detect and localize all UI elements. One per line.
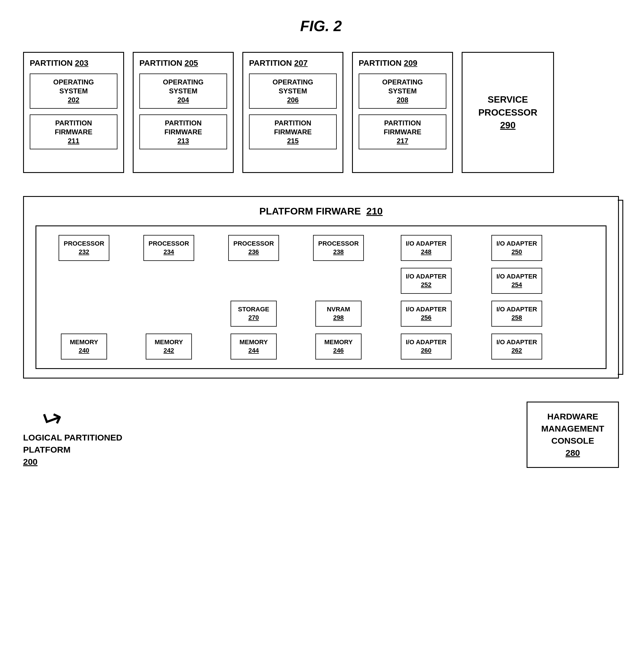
processor-238-cell: PROCESSOR238 <box>299 235 377 261</box>
partition-205-label: PARTITION 205 <box>139 58 227 68</box>
empty-r2c3 <box>215 268 293 294</box>
nvram-298-cell: NVRAM298 <box>299 301 377 327</box>
empty-r2c2 <box>130 268 208 294</box>
hw-row-4: MEMORY240 MEMORY242 MEMORY244 MEMORY246 … <box>45 333 597 359</box>
memory-240-box: MEMORY240 <box>61 333 107 359</box>
memory-244-box: MEMORY244 <box>231 333 277 359</box>
processor-234-cell: PROCESSOR234 <box>130 235 208 261</box>
partition-205-box: PARTITION 205 OPERATINGSYSTEM204 PARTITI… <box>133 52 234 173</box>
partition-203-label: PARTITION 203 <box>30 58 117 68</box>
io-adapter-252-box: I/O ADAPTER252 <box>401 268 452 294</box>
io-adapter-262-box: I/O ADAPTER262 <box>491 333 542 359</box>
partition-209-box: PARTITION 209 OPERATINGSYSTEM208 PARTITI… <box>352 52 453 173</box>
io-262-cell: I/O ADAPTER262 <box>475 333 558 359</box>
storage-270-cell: STORAGE270 <box>215 301 293 327</box>
fw-217-box: PARTITIONFIRMWARE217 <box>359 115 446 150</box>
io-260-cell: I/O ADAPTER260 <box>384 333 468 359</box>
processor-232-box: PROCESSOR232 <box>59 235 110 261</box>
memory-240-cell: MEMORY240 <box>45 333 123 359</box>
hmc-label: HARDWAREMANAGEMENTCONSOLE280 <box>537 410 609 459</box>
memory-246-box: MEMORY246 <box>316 333 361 359</box>
partition-207-box: PARTITION 207 OPERATINGSYSTEM206 PARTITI… <box>242 52 343 173</box>
empty-r3c2 <box>130 301 208 327</box>
hw-row-2: I/O ADAPTER252 I/O ADAPTER254 <box>45 268 597 294</box>
io-258-cell: I/O ADAPTER258 <box>475 301 558 327</box>
partition-209-label: PARTITION 209 <box>359 58 446 68</box>
storage-270-box: STORAGE270 <box>231 301 277 327</box>
service-processor-label: SERVICEPROCESSOR290 <box>478 93 537 132</box>
io-250-cell: I/O ADAPTER250 <box>475 235 558 261</box>
platform-inner: PROCESSOR232 PROCESSOR234 PROCESSOR236 P… <box>36 225 606 369</box>
empty-r2c4 <box>299 268 377 294</box>
io-adapter-250-box: I/O ADAPTER250 <box>491 235 542 261</box>
logical-platform-label: LOGICAL PARTITIONEDPLATFORM200 <box>23 432 122 468</box>
top-row: PARTITION 203 OPERATINGSYSTEM202 PARTITI… <box>23 52 619 173</box>
memory-246-cell: MEMORY246 <box>299 333 377 359</box>
os-206-box: OPERATINGSYSTEM206 <box>249 74 337 109</box>
io-248-cell: I/O ADAPTER248 <box>384 235 468 261</box>
io-254-cell: I/O ADAPTER254 <box>475 268 558 294</box>
bottom-row: ↵ LOGICAL PARTITIONEDPLATFORM200 HARDWAR… <box>23 401 619 468</box>
os-202-box: OPERATINGSYSTEM202 <box>30 74 117 109</box>
hw-row-1: PROCESSOR232 PROCESSOR234 PROCESSOR236 P… <box>45 235 597 261</box>
memory-244-cell: MEMORY244 <box>215 333 293 359</box>
io-adapter-258-box: I/O ADAPTER258 <box>491 301 542 327</box>
fw-211-box: PARTITIONFIRMWARE211 <box>30 115 117 150</box>
memory-242-box: MEMORY242 <box>146 333 192 359</box>
processor-236-cell: PROCESSOR236 <box>215 235 293 261</box>
processor-232-cell: PROCESSOR232 <box>45 235 123 261</box>
io-adapter-248-box: I/O ADAPTER248 <box>401 235 452 261</box>
platform-section: PLATFORM FIRWARE 210 PROCESSOR232 PROCES… <box>23 196 619 379</box>
partition-203-box: PARTITION 203 OPERATINGSYSTEM202 PARTITI… <box>23 52 124 173</box>
processor-236-box: PROCESSOR236 <box>228 235 279 261</box>
nvram-298-box: NVRAM298 <box>316 301 361 327</box>
io-256-cell: I/O ADAPTER256 <box>384 301 468 327</box>
empty-r2c1 <box>45 268 123 294</box>
io-adapter-254-box: I/O ADAPTER254 <box>491 268 542 294</box>
os-204-box: OPERATINGSYSTEM204 <box>139 74 227 109</box>
hmc-box: HARDWAREMANAGEMENTCONSOLE280 <box>527 401 619 468</box>
io-adapter-256-box: I/O ADAPTER256 <box>401 301 452 327</box>
memory-242-cell: MEMORY242 <box>130 333 208 359</box>
hw-row-3: STORAGE270 NVRAM298 I/O ADAPTER256 I/O A… <box>45 301 597 327</box>
fw-215-box: PARTITIONFIRMWARE215 <box>249 115 337 150</box>
io-252-cell: I/O ADAPTER252 <box>384 268 468 294</box>
service-processor-box: SERVICEPROCESSOR290 <box>462 52 554 173</box>
processor-238-box: PROCESSOR238 <box>313 235 364 261</box>
empty-r3c1 <box>45 301 123 327</box>
processor-234-box: PROCESSOR234 <box>143 235 194 261</box>
os-208-box: OPERATINGSYSTEM208 <box>359 74 446 109</box>
fw-213-box: PARTITIONFIRMWARE213 <box>139 115 227 150</box>
figure-title: FIG. 2 <box>23 17 619 35</box>
io-adapter-260-box: I/O ADAPTER260 <box>401 333 452 359</box>
partition-207-label: PARTITION 207 <box>249 58 337 68</box>
platform-title: PLATFORM FIRWARE 210 <box>36 206 606 217</box>
logical-platform-area: ↵ LOGICAL PARTITIONEDPLATFORM200 <box>23 404 122 468</box>
